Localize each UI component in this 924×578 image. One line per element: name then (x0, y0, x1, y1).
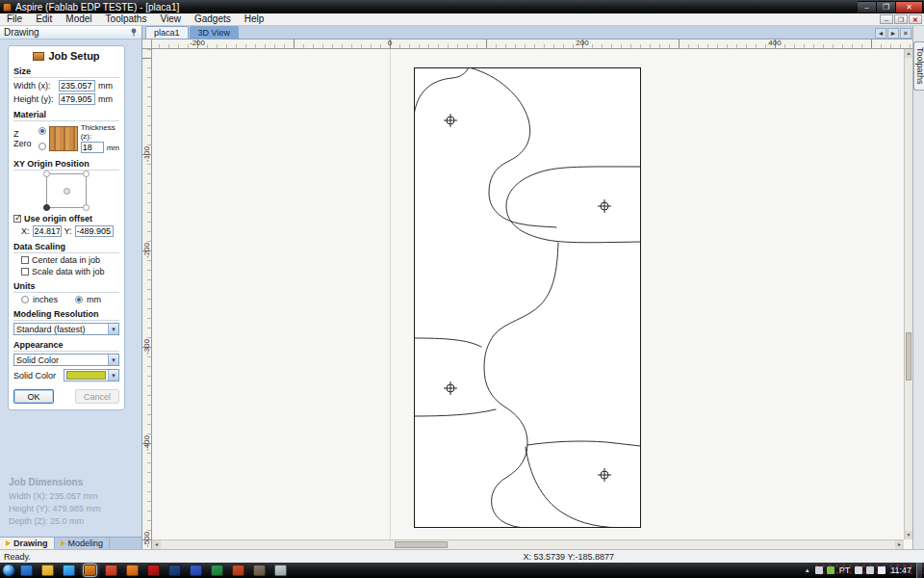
units-inches-radio[interactable] (21, 296, 29, 303)
y-axis-line (390, 49, 391, 539)
media-player-icon[interactable] (63, 565, 75, 576)
job-dimensions-title: Job Dimensions (9, 476, 101, 490)
drawing-canvas[interactable]: ▲ ▼ ◄ ► (152, 49, 912, 549)
document-tab-bar: placa1 3D View ◄ ► ✕ (142, 26, 912, 39)
modeling-resolution-select[interactable]: Standard (fastest) ▼ (13, 323, 119, 335)
origin-center-radio[interactable] (64, 188, 70, 195)
child-restore-button[interactable]: ❐ (894, 14, 908, 24)
windows-taskbar: ▲ PT 11:47 (0, 563, 924, 578)
horizontal-scroll-thumb[interactable] (395, 541, 448, 548)
clock[interactable]: 11:47 (890, 565, 911, 575)
offset-y-input[interactable] (75, 225, 114, 237)
material-thumbnail (49, 126, 78, 151)
job-dimensions-height: Height (Y): 479.985 mm (9, 503, 101, 515)
title-bar: Aspire (Fablab EDP TESTE) - [placa1] – ❐… (0, 0, 924, 13)
antivirus-tray-icon[interactable] (827, 566, 834, 574)
job-setup-icon (33, 52, 44, 61)
menu-toolpaths[interactable]: Toolpaths (99, 13, 154, 25)
notepad-icon[interactable] (274, 565, 287, 576)
origin-top-right-radio[interactable] (83, 171, 90, 177)
appearance-select[interactable]: Solid Color ▼ (13, 354, 119, 366)
scroll-left-icon[interactable]: ◄ (152, 540, 161, 549)
powerpoint-icon[interactable] (232, 565, 244, 576)
vertical-scrollbar[interactable]: ▲ ▼ (904, 49, 912, 539)
width-input[interactable] (59, 80, 95, 92)
main-view: placa1 3D View ◄ ► ✕ -200 0 200 400 -100… (142, 26, 912, 549)
hidden-icons-chevron[interactable]: ▲ (805, 567, 810, 573)
z-zero-bottom-radio[interactable] (38, 143, 46, 150)
child-close-button[interactable]: ✕ (909, 14, 922, 24)
close-button[interactable]: ✕ (896, 1, 923, 13)
width-unit: mm (98, 81, 113, 91)
origin-bottom-right-radio[interactable] (83, 204, 90, 211)
origin-top-left-radio[interactable] (43, 171, 50, 177)
menu-view[interactable]: View (153, 13, 188, 25)
offset-x-input[interactable] (33, 225, 62, 237)
thickness-input[interactable] (81, 142, 104, 153)
origin-bottom-left-radio[interactable] (43, 204, 50, 211)
menu-edit[interactable]: Edit (29, 13, 59, 25)
height-input[interactable] (59, 93, 95, 105)
maximize-button[interactable]: ❐ (877, 1, 896, 13)
scroll-down-icon[interactable]: ▼ (905, 531, 912, 539)
show-desktop-button[interactable] (916, 563, 922, 578)
firefox-icon[interactable] (126, 565, 139, 576)
excel-icon[interactable] (211, 565, 223, 576)
network-tray-icon[interactable] (866, 566, 874, 574)
use-origin-offset-checkbox[interactable] (13, 215, 21, 223)
vertical-scroll-thumb[interactable] (906, 332, 911, 381)
scroll-up-icon[interactable]: ▲ (905, 49, 912, 58)
menu-help[interactable]: Help (238, 13, 271, 25)
tab-toolpaths[interactable]: Toolpaths (913, 41, 924, 91)
tab-marker-icon (61, 540, 65, 546)
ruler-vertical[interactable]: -100 -200 -300 -400 -500 (142, 49, 152, 549)
data-scaling-section-label: Data Scaling (13, 242, 119, 253)
acrobat-icon[interactable] (147, 565, 160, 576)
scale-data-label: Scale data with job (32, 267, 105, 276)
language-indicator[interactable]: PT (839, 565, 851, 575)
tab-prev-icon[interactable]: ◄ (875, 28, 886, 39)
z-zero-top-radio[interactable] (38, 127, 46, 135)
tab-next-icon[interactable]: ► (887, 28, 899, 39)
ok-button[interactable]: OK (13, 389, 54, 404)
ruler-horizontal[interactable]: -200 0 200 400 (152, 39, 912, 49)
photoshop-icon[interactable] (168, 565, 181, 576)
system-tray: ▲ PT 11:47 (805, 563, 924, 578)
start-button[interactable] (2, 564, 15, 577)
cancel-button[interactable]: Cancel (75, 389, 119, 404)
volume-tray-icon[interactable] (855, 566, 862, 574)
solid-color-select[interactable]: ▼ (64, 369, 119, 381)
minimize-button[interactable]: – (858, 1, 877, 13)
word-icon[interactable] (190, 565, 202, 576)
gimp-icon[interactable] (253, 565, 266, 576)
tab-placa1[interactable]: placa1 (145, 26, 189, 39)
use-origin-offset-label: Use origin offset (24, 214, 92, 223)
explorer-folder-icon[interactable] (41, 565, 54, 576)
child-minimize-button[interactable]: – (880, 14, 893, 24)
action-center-flag-icon[interactable] (878, 566, 886, 574)
menu-file[interactable]: File (0, 13, 29, 25)
panel-tab-bar: Drawing Modeling (0, 537, 141, 549)
status-bar: Ready. X: 53.5739 Y:-185.8877 (0, 549, 924, 563)
tab-modeling[interactable]: Modeling (55, 538, 111, 549)
ie-icon[interactable] (20, 565, 33, 576)
tray-left-icons (815, 566, 834, 574)
aspire-icon[interactable] (84, 565, 96, 576)
center-data-checkbox[interactable] (21, 256, 29, 264)
tab-drawing[interactable]: Drawing (0, 538, 55, 549)
scale-data-checkbox[interactable] (21, 268, 29, 276)
chrome-icon[interactable] (105, 565, 117, 576)
units-mm-radio[interactable] (75, 296, 83, 303)
menu-model[interactable]: Model (59, 13, 98, 25)
horizontal-scrollbar[interactable]: ◄ ► (152, 539, 904, 549)
update-tray-icon[interactable] (815, 566, 823, 574)
tab-close-icon[interactable]: ✕ (900, 28, 911, 39)
cursor-coordinates: X: 53.5739 Y:-185.8877 (524, 552, 614, 562)
scroll-right-icon[interactable]: ► (895, 540, 904, 549)
menu-gadgets[interactable]: Gadgets (188, 13, 238, 25)
pin-icon[interactable] (130, 28, 138, 37)
job-dimensions-width: Width (X): 235.057 mm (9, 490, 101, 503)
aspire-app-icon (3, 3, 12, 12)
menu-bar: File Edit Model Toolpaths View Gadgets H… (0, 13, 924, 26)
tab-3d-view[interactable]: 3D View (190, 26, 239, 39)
